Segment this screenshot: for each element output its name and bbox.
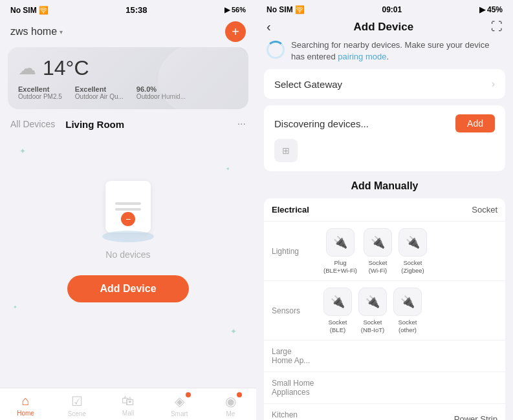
socket-nbiot-label: Socket(NB-IoT) (361, 319, 384, 333)
right-status-left: No SIM 🛜 (267, 5, 305, 14)
tab-living-room[interactable]: Living Room (65, 119, 124, 130)
humidity-label: 96.0% (136, 85, 186, 93)
socket-zigbee-icon: 🔌 (398, 228, 427, 257)
left-status-bar: No SIM 🛜 15:38 ▶ 56% (0, 0, 256, 17)
home-icon: ⌂ (22, 394, 30, 408)
socket-ble-item[interactable]: 🔌 Socket(BLE) (323, 288, 352, 333)
left-header: zws home ▾ + (0, 17, 256, 47)
add-device-button[interactable]: Add Device (67, 275, 188, 302)
right-status-right: ▶ 45% (479, 5, 503, 14)
plug-ble-wifi-label: Plug(BLE+Wi-Fi) (323, 259, 357, 274)
socket-ble-label: Socket(BLE) (328, 319, 347, 333)
nav-mall-label: Mall (122, 410, 134, 417)
socket-label: Socket (472, 205, 497, 215)
pm25-sub: Outdoor PM2.5 (18, 93, 62, 100)
sensors-category: Sensors (272, 306, 323, 315)
star-decoration: ✦ (19, 147, 26, 156)
socket-other-label: Socket(other) (398, 319, 417, 333)
device-found-item: ⊞ (274, 139, 495, 162)
doc-line (115, 202, 141, 205)
mall-icon: 🛍 (122, 394, 135, 408)
kitchen-category: KitchenAppliances (272, 410, 323, 420)
nav-smart[interactable]: ◈ Smart (154, 394, 205, 417)
nav-scene[interactable]: ☑ Scene (51, 394, 102, 417)
bottom-nav: ⌂ Home ☑ Scene 🛍 Mall ◈ Smart ◉ Me (0, 388, 256, 420)
weather-stat-pm25: Excellent Outdoor PM2.5 (18, 85, 62, 100)
socket-nbiot-icon: 🔌 (358, 288, 387, 316)
socket-zigbee-item[interactable]: 🔌 Socket(Zigbee) (398, 228, 427, 274)
right-content: Searching for nearby devices. Make sure … (256, 39, 513, 420)
expand-icon[interactable]: ⛶ (491, 20, 503, 34)
add-manually-title: Add Manually (264, 180, 505, 192)
smart-badge (186, 392, 191, 397)
pairing-mode-link[interactable]: pairing mode (338, 52, 386, 61)
page-title: Add Device (276, 21, 491, 34)
socket-wifi-label: Socket(Wi-Fi) (368, 259, 387, 274)
socket-nbiot-item[interactable]: 🔌 Socket(NB-IoT) (358, 288, 387, 333)
me-badge (237, 392, 242, 397)
nav-smart-label: Smart (171, 410, 188, 417)
nav-mall[interactable]: 🛍 Mall (102, 394, 153, 417)
kitchen-row: KitchenAppliances Power Strip (264, 404, 505, 420)
nav-scene-label: Scene (68, 410, 86, 417)
nav-home-label: Home (17, 410, 34, 417)
left-status-left: No SIM 🛜 (10, 6, 49, 15)
weather-stat-humidity: 96.0% Outdoor Humid... (136, 85, 186, 100)
select-gateway-label: Select Gateway (274, 79, 342, 90)
tabs-more-icon[interactable]: ··· (237, 118, 246, 130)
minus-icon: − (121, 212, 135, 226)
weather-card: ☁ 14°C Excellent Outdoor PM2.5 Excellent… (8, 47, 248, 109)
found-device-icon: ⊞ (274, 139, 298, 162)
smart-icon: ◈ (175, 394, 184, 409)
back-button[interactable]: ‹ (267, 19, 271, 34)
select-gateway-row[interactable]: Select Gateway › (264, 69, 505, 99)
power-strip-label: Power Strip (454, 414, 497, 420)
left-time: 15:38 (126, 5, 147, 15)
discovering-title: Discovering devices... (274, 118, 369, 129)
discovering-card: Discovering devices... Add ⊞ (264, 105, 505, 171)
weather-top: ☁ 14°C (18, 56, 238, 80)
device-tabs: All Devices Living Room ··· (0, 116, 256, 134)
socket-other-item[interactable]: 🔌 Socket(other) (393, 288, 422, 333)
empty-devices-area: ✦ ✦ ✦ ✦ − No devices Add Device (0, 134, 256, 388)
large-home-category: LargeHome Ap... (272, 347, 323, 365)
discover-add-button[interactable]: Add (455, 114, 495, 132)
home-chevron-icon: ▾ (60, 28, 63, 36)
plug-ble-wifi-icon: 🔌 (326, 228, 355, 257)
home-name: zws home (10, 26, 57, 37)
lighting-row: Lighting 🔌 Plug(BLE+Wi-Fi) 🔌 Socket(Wi-F… (264, 222, 505, 281)
small-home-category: Small HomeAppliances (272, 379, 323, 397)
right-time: 09:01 (382, 5, 402, 14)
right-panel: No SIM 🛜 09:01 ▶ 45% ‹ Add Device ⛶ Sear… (256, 0, 513, 420)
search-text: Searching for nearby devices. Make sure … (291, 39, 503, 63)
add-button[interactable]: + (225, 21, 246, 42)
socket-other-icon: 🔌 (393, 288, 422, 316)
add-manually-grid: Electrical Socket Lighting 🔌 Plug(BLE+Wi… (264, 198, 505, 420)
sensors-row: Sensors 🔌 Socket(BLE) 🔌 Socket(NB-IoT) 🔌… (264, 281, 505, 341)
doc-shape: − (105, 181, 151, 233)
nav-home[interactable]: ⌂ Home (0, 394, 51, 417)
air-sub: Outdoor Air Qu... (75, 93, 124, 100)
chevron-right-icon: › (492, 78, 495, 90)
tab-all-devices[interactable]: All Devices (10, 119, 55, 129)
nav-me[interactable]: ◉ Me (205, 394, 256, 417)
socket-wifi-item[interactable]: 🔌 Socket(Wi-Fi) (364, 228, 392, 274)
left-panel: No SIM 🛜 15:38 ▶ 56% zws home ▾ + ☁ 14°C… (0, 0, 256, 420)
scene-icon: ☑ (71, 394, 83, 409)
home-title[interactable]: zws home ▾ (10, 26, 63, 37)
doc-line (115, 208, 141, 211)
sensors-items: 🔌 Socket(BLE) 🔌 Socket(NB-IoT) 🔌 Socket(… (323, 288, 497, 333)
star-decoration: ✦ (226, 166, 230, 172)
socket-wifi-icon: 🔌 (364, 228, 392, 257)
lighting-items: 🔌 Plug(BLE+Wi-Fi) 🔌 Socket(Wi-Fi) 🔌 Sock… (323, 228, 497, 274)
no-sim-label: No SIM 🛜 (10, 6, 49, 15)
blue-blob (102, 231, 154, 242)
nav-me-label: Me (226, 410, 235, 417)
left-status-right: ▶ 56% (224, 6, 246, 14)
discovering-header: Discovering devices... Add (274, 114, 495, 132)
small-home-row: Small HomeAppliances (264, 372, 505, 404)
star-decoration: ✦ (230, 327, 237, 336)
weather-stats: Excellent Outdoor PM2.5 Excellent Outdoo… (18, 85, 238, 100)
socket-zigbee-label: Socket(Zigbee) (401, 259, 424, 274)
plug-ble-wifi-item[interactable]: 🔌 Plug(BLE+Wi-Fi) (323, 228, 357, 274)
